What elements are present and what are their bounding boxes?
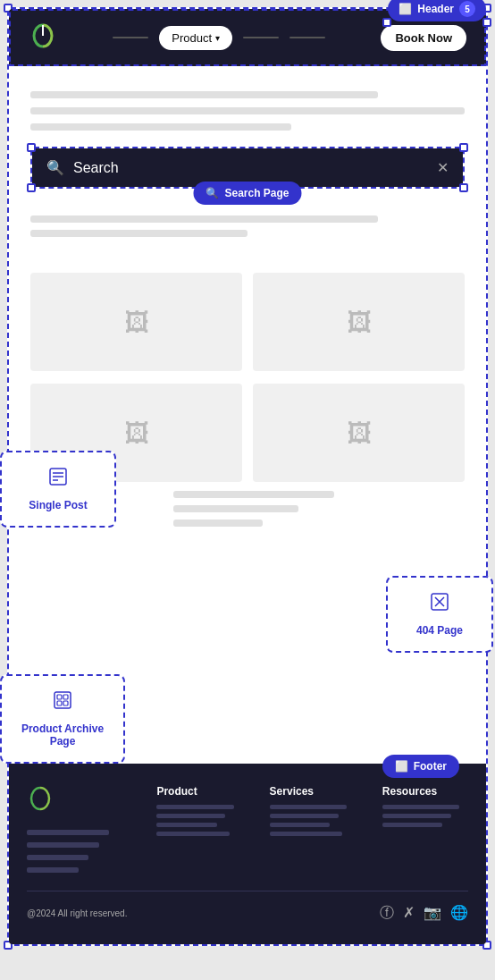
single-post-label: Single Post (29, 499, 87, 511)
footer-badge-label: Footer (414, 760, 447, 773)
footer-line (156, 814, 225, 818)
footer-col-services: Services (270, 785, 356, 873)
header-badge-label: Header (417, 3, 454, 15)
404-icon (430, 592, 449, 617)
nav-line-2 (243, 37, 279, 38)
skeleton-line (173, 505, 298, 512)
svg-rect-11 (63, 701, 68, 705)
svg-rect-10 (57, 701, 62, 705)
facebook-icon[interactable]: ⓕ (380, 904, 394, 923)
search-page-badge[interactable]: 🔍 Search Page (193, 182, 301, 205)
footer-logo-col (27, 785, 130, 873)
footer-skel (27, 855, 88, 860)
skeleton-group-4 (30, 215, 465, 223)
footer-col-product: Product (156, 785, 242, 873)
nav-line-1 (113, 37, 148, 38)
footer-line (270, 832, 343, 836)
handle-tl (27, 143, 36, 152)
svg-rect-9 (63, 695, 68, 699)
footer-resources-title: Resources (382, 785, 468, 798)
search-page-label: Search Page (224, 187, 289, 199)
footer-product-title: Product (156, 785, 242, 798)
skeleton-line (30, 215, 378, 223)
search-page-icon: 🔍 (206, 187, 219, 199)
footer-line (270, 823, 330, 827)
footer-copyright: @2024 All right reserved. (27, 908, 127, 918)
nav-product-dropdown[interactable]: Product ▾ (159, 26, 232, 50)
search-box-left: 🔍 Search (46, 159, 119, 176)
footer-top: Product Services (27, 785, 468, 873)
header-badge-count: 5 (459, 1, 475, 17)
header-badge[interactable]: ⬜ Header 5 (388, 0, 486, 21)
globe-icon[interactable]: 🌐 (450, 904, 468, 923)
skeleton-line (30, 123, 291, 131)
footer-icon: ⬜ (395, 760, 408, 773)
footer-badge[interactable]: ⬜ Footer (382, 755, 459, 778)
footer-resources-lines (382, 805, 468, 827)
skeleton-line (173, 520, 263, 527)
image-placeholder-icon: 🖼 (347, 308, 372, 337)
search-icon: 🔍 (46, 159, 64, 176)
footer-product-lines (156, 805, 242, 836)
svg-rect-7 (55, 692, 71, 708)
footer-line (270, 814, 339, 818)
logo (29, 21, 57, 54)
x-twitter-icon[interactable]: ✗ (403, 904, 415, 923)
product-archive-label: Product Archive Page (20, 722, 105, 748)
handle-br (482, 18, 491, 27)
outer-frame: ⬜ Header 5 Product ▾ (7, 7, 488, 946)
image-cell-1: 🖼 (30, 273, 242, 371)
single-post-bubble[interactable]: Single Post (0, 451, 116, 528)
header-bar: ⬜ Header 5 Product ▾ (9, 9, 486, 66)
search-label: Search (73, 160, 119, 176)
footer-line (156, 832, 230, 836)
nav-area: Product ▾ (57, 26, 381, 50)
image-placeholder-icon: 🖼 (124, 308, 149, 337)
nav-line-3 (289, 37, 325, 38)
skeleton-group-3 (30, 123, 465, 131)
handle-bl (382, 18, 391, 27)
search-box-container: 🔍 Search ✕ 🔍 Search Page (30, 147, 465, 189)
footer-line (382, 814, 451, 818)
main-content: 🔍 Search ✕ 🔍 Search Page 🖼 🖼 (9, 66, 486, 764)
footer-services-lines (270, 805, 356, 836)
close-icon[interactable]: ✕ (437, 159, 449, 176)
skeleton-line (173, 491, 334, 498)
page-404-bubble[interactable]: 404 Page (386, 576, 493, 653)
footer-col-resources: Resources (382, 785, 468, 873)
skeleton-group-5 (30, 230, 465, 237)
footer-section: Product Services (9, 764, 486, 944)
handle-br (459, 183, 468, 192)
image-placeholder-icon: 🖼 (347, 418, 372, 448)
handle-bl (27, 183, 36, 192)
image-grid-row1: 🖼 🖼 (30, 273, 465, 371)
handle-tr (459, 143, 468, 152)
product-archive-bubble[interactable]: Product Archive Page (0, 674, 125, 764)
footer-services-title: Services (270, 785, 356, 798)
header-icon: ⬜ (399, 3, 412, 15)
skeleton-line (30, 91, 378, 98)
chevron-down-icon: ▾ (215, 33, 220, 43)
post-icon (48, 467, 68, 492)
image-cell-2: 🖼 (253, 273, 465, 371)
skeleton-line (30, 230, 248, 237)
footer-line (382, 823, 442, 827)
skeleton-group-1 (30, 91, 465, 98)
footer-line (156, 823, 216, 827)
skeleton-group-6 (173, 491, 465, 527)
footer-bottom: @2024 All right reserved. ⓕ ✗ 📷 🌐 (27, 891, 468, 923)
footer-logo (27, 785, 130, 815)
instagram-icon[interactable]: 📷 (424, 904, 441, 923)
footer-line (270, 805, 348, 809)
404-label: 404 Page (416, 624, 463, 637)
svg-rect-8 (57, 695, 62, 699)
skeleton-group-2 (30, 107, 465, 114)
archive-icon (53, 690, 72, 715)
footer-line (156, 805, 234, 809)
footer-skel (27, 867, 79, 873)
footer-social: ⓕ ✗ 📷 🌐 (380, 904, 468, 923)
footer-skel (27, 842, 99, 848)
skeleton-line (30, 107, 465, 114)
footer-skel (27, 830, 109, 835)
book-now-button[interactable]: Book Now (381, 25, 466, 51)
